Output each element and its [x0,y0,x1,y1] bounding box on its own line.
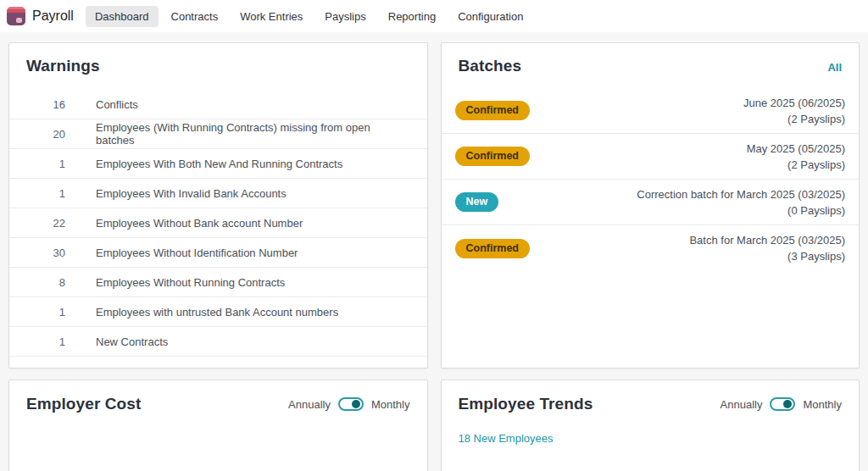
employee-trends-card: Employee Trends Annually Monthly 18 New … [441,380,860,471]
top-navbar: Payroll Dashboard Contracts Work Entries… [0,0,868,32]
dashboard-content: Warnings 16 Conflicts 20 Employees (With… [0,32,868,471]
annually-label[interactable]: Annually [288,398,331,411]
batch-info: Correction batch for March 2025 (03/2025… [637,186,845,219]
batch-status-badge: Confirmed [455,101,531,120]
batches-title: Batches [459,57,522,75]
batch-row[interactable]: New Correction batch for March 2025 (03/… [442,180,860,225]
batch-row[interactable]: Confirmed June 2025 (06/2025) (2 Payslip… [442,88,860,134]
batch-payslip-count: (2 Payslips) [747,157,845,173]
batch-info: Batch for March 2025 (03/2025) (3 Paysli… [689,232,845,264]
warnings-title: Warnings [26,57,410,75]
warning-label: Employees With Invalid Bank Accounts [96,187,287,200]
app-brand[interactable]: Payroll [7,7,74,25]
warning-row[interactable]: 30 Employees Without Identification Numb… [9,238,427,268]
batch-status-badge: New [455,192,499,212]
app-title[interactable]: Payroll [32,8,74,24]
warning-label: Employees Without Running Contracts [96,276,285,289]
warning-label: Employees Without Identification Number [96,247,298,259]
new-employees-link[interactable]: 18 New Employees [459,432,554,445]
employer-cost-header: Employer Cost Annually Monthly [9,380,427,413]
batch-payslip-count: (2 Payslips) [743,111,845,127]
warning-row[interactable]: 8 Employees Without Running Contracts [9,268,427,297]
warning-count: 30 [26,247,65,259]
batch-name: Batch for March 2025 (03/2025) [689,232,845,248]
batch-name: June 2025 (06/2025) [743,95,845,111]
batch-info: June 2025 (06/2025) (2 Payslips) [743,95,845,127]
toggle-knob [783,400,792,408]
warning-row[interactable]: 22 Employees Without Bank account Number [9,208,427,238]
warnings-card: Warnings 16 Conflicts 20 Employees (With… [8,42,428,368]
warning-row[interactable]: 1 New Contracts [9,327,427,357]
warning-row[interactable]: 1 Employees With Both New And Running Co… [9,149,427,179]
main-menu: Dashboard Contracts Work Entries Payslip… [86,6,533,27]
warning-count: 1 [26,335,65,348]
batch-name: Correction batch for March 2025 (03/2025… [637,186,845,202]
warning-count: 1 [26,306,65,319]
warning-count: 1 [26,187,65,200]
warning-label: Employees With Both New And Running Cont… [96,158,342,170]
menu-item[interactable]: Dashboard [86,6,159,27]
warning-count: 16 [26,98,65,111]
batch-row[interactable]: Confirmed May 2025 (05/2025) (2 Payslips… [442,134,860,180]
batch-name: May 2025 (05/2025) [747,141,845,157]
menu-item[interactable]: Configuration [448,6,532,27]
employee-trends-period-toggle: Annually Monthly [721,397,842,411]
employee-trends-title: Employee Trends [459,395,593,413]
warning-row[interactable]: 1 Employees With Invalid Bank Accounts [9,179,427,208]
menu-item[interactable]: Payslips [315,6,375,27]
period-toggle-switch[interactable] [770,397,795,411]
employer-cost-card: Employer Cost Annually Monthly [8,380,428,471]
batches-all-link[interactable]: All [827,61,842,74]
employer-cost-title: Employer Cost [26,395,141,413]
annually-label[interactable]: Annually [721,398,763,411]
batch-payslip-count: (0 Payslips) [637,202,845,219]
menu-item[interactable]: Contracts [162,6,228,27]
monthly-label[interactable]: Monthly [371,398,410,411]
employee-trends-header: Employee Trends Annually Monthly [442,380,860,413]
monthly-label[interactable]: Monthly [803,398,842,411]
period-toggle-switch[interactable] [338,397,364,411]
warning-count: 1 [26,158,65,170]
employer-cost-period-toggle: Annually Monthly [288,397,409,411]
batches-header: Batches All [442,43,860,88]
warning-count: 8 [26,276,65,289]
warning-label: Employees (With Running Contracts) missi… [96,121,410,147]
warning-label: New Contracts [96,335,168,348]
warning-label: Employees with untrusted Bank Account nu… [96,306,338,319]
menu-item[interactable]: Reporting [379,6,445,27]
batches-list: Confirmed June 2025 (06/2025) (2 Payslip… [442,88,860,271]
warning-count: 22 [26,217,65,230]
batch-status-badge: Confirmed [455,239,531,258]
batch-info: May 2025 (05/2025) (2 Payslips) [747,141,845,173]
warning-count: 20 [26,128,65,141]
batch-status-badge: Confirmed [455,147,531,166]
warnings-list: 16 Conflicts 20 Employees (With Running … [9,90,427,357]
warning-row[interactable]: 1 Employees with untrusted Bank Account … [9,297,427,327]
warning-label: Employees Without Bank account Number [96,217,303,230]
warning-row[interactable]: 16 Conflicts [9,90,427,119]
toggle-knob [352,400,360,408]
menu-item[interactable]: Work Entries [231,6,312,27]
batch-row[interactable]: Confirmed Batch for March 2025 (03/2025)… [442,225,860,271]
batches-card: Batches All Confirmed June 2025 (06/2025… [441,42,860,368]
batch-payslip-count: (3 Payslips) [689,248,845,264]
warning-label: Conflicts [96,98,138,111]
warning-row[interactable]: 20 Employees (With Running Contracts) mi… [9,119,427,149]
payroll-app-icon[interactable] [7,7,25,25]
